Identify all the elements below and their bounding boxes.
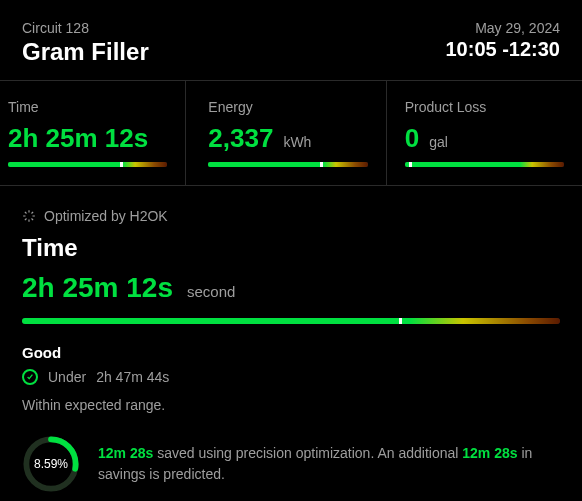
bar-marker xyxy=(409,162,412,167)
bar-marker xyxy=(320,162,323,167)
detail-unit: second xyxy=(187,283,235,300)
header-left: Circuit 128 Gram Filler xyxy=(22,20,149,66)
saved-value: 12m 28s xyxy=(98,445,153,461)
metric-bar xyxy=(208,162,367,167)
status-label: Good xyxy=(22,344,560,361)
time-range: 10:05 -12:30 xyxy=(445,38,560,61)
metric-bar xyxy=(405,162,564,167)
under-row: Under 2h 47m 44s xyxy=(22,369,560,385)
metric-time[interactable]: Time 2h 25m 12s xyxy=(0,81,186,185)
metric-value: 0 xyxy=(405,123,419,154)
savings-text: 12m 28s saved using precision optimizati… xyxy=(98,443,560,485)
metrics-row: Time 2h 25m 12s Energy 2,337 kWh Product… xyxy=(0,80,582,186)
check-circle-icon xyxy=(22,369,38,385)
metric-value: 2,337 xyxy=(208,123,273,154)
detail-panel: Optimized by H2OK Time 2h 25m 12s second… xyxy=(0,186,582,501)
metric-label: Product Loss xyxy=(405,99,564,115)
metric-unit: kWh xyxy=(283,134,311,150)
under-prefix: Under xyxy=(48,369,86,385)
circuit-label: Circuit 128 xyxy=(22,20,149,36)
metric-energy[interactable]: Energy 2,337 kWh xyxy=(186,81,386,185)
saved-mid: saved using precision optimization. An a… xyxy=(153,445,462,461)
under-value: 2h 47m 44s xyxy=(96,369,169,385)
bar-marker xyxy=(120,162,123,167)
metric-product-loss[interactable]: Product Loss 0 gal xyxy=(387,81,582,185)
machine-name: Gram Filler xyxy=(22,38,149,66)
header-right: May 29, 2024 10:05 -12:30 xyxy=(445,20,560,61)
detail-value: 2h 25m 12s xyxy=(22,272,173,304)
savings-row: 8.59% 12m 28s saved using precision opti… xyxy=(22,435,560,493)
metric-unit: gal xyxy=(429,134,448,150)
metric-label: Energy xyxy=(208,99,367,115)
savings-percent: 8.59% xyxy=(22,435,80,493)
metric-label: Time xyxy=(8,99,167,115)
date-label: May 29, 2024 xyxy=(475,20,560,36)
metric-value: 2h 25m 12s xyxy=(8,123,148,154)
optimized-row: Optimized by H2OK xyxy=(22,208,560,224)
bar-marker xyxy=(399,318,402,324)
status-section: Good Under 2h 47m 44s Within expected ra… xyxy=(22,344,560,413)
sparkle-icon xyxy=(22,209,36,223)
savings-ring: 8.59% xyxy=(22,435,80,493)
optimized-label: Optimized by H2OK xyxy=(44,208,168,224)
detail-title: Time xyxy=(22,234,560,262)
status-desc: Within expected range. xyxy=(22,397,560,413)
predicted-value: 12m 28s xyxy=(462,445,517,461)
metric-bar xyxy=(8,162,167,167)
detail-bar xyxy=(22,318,560,324)
header: Circuit 128 Gram Filler May 29, 2024 10:… xyxy=(0,0,582,80)
